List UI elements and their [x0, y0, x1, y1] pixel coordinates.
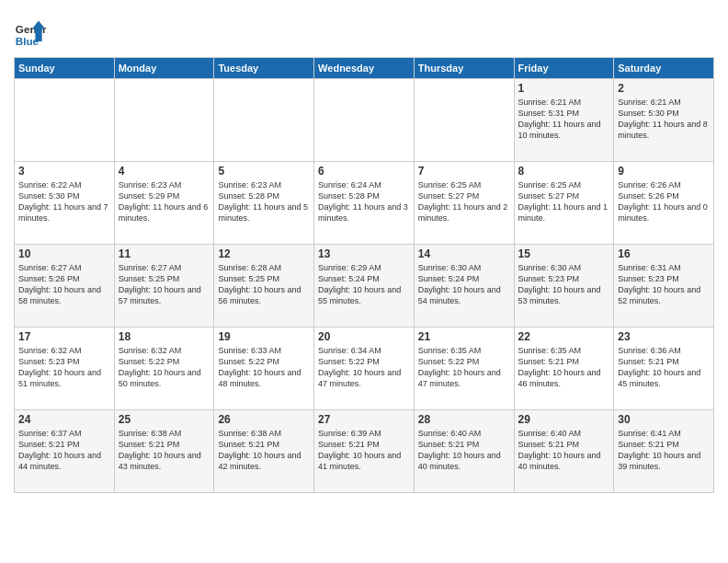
header: General Blue [14, 9, 714, 50]
cell-info: Sunrise: 6:32 AM Sunset: 5:22 PM Dayligh… [119, 345, 210, 390]
cell-info: Sunrise: 6:38 AM Sunset: 5:21 PM Dayligh… [119, 428, 210, 473]
day-number: 24 [18, 413, 110, 426]
day-number: 28 [418, 413, 510, 426]
calendar-cell: 5Sunrise: 6:23 AM Sunset: 5:28 PM Daylig… [214, 162, 314, 245]
cell-info: Sunrise: 6:23 AM Sunset: 5:29 PM Dayligh… [119, 179, 210, 224]
day-number: 17 [18, 330, 110, 343]
calendar-cell: 21Sunrise: 6:35 AM Sunset: 5:22 PM Dayli… [414, 327, 514, 410]
cell-info: Sunrise: 6:34 AM Sunset: 5:22 PM Dayligh… [318, 345, 410, 390]
day-number: 18 [119, 330, 210, 343]
cell-info: Sunrise: 6:28 AM Sunset: 5:25 PM Dayligh… [218, 262, 310, 307]
calendar-cell: 6Sunrise: 6:24 AM Sunset: 5:28 PM Daylig… [314, 162, 415, 245]
cell-info: Sunrise: 6:21 AM Sunset: 5:30 PM Dayligh… [618, 97, 710, 142]
day-number: 16 [618, 247, 710, 260]
cell-info: Sunrise: 6:29 AM Sunset: 5:24 PM Dayligh… [318, 262, 410, 307]
calendar-cell: 16Sunrise: 6:31 AM Sunset: 5:23 PM Dayli… [614, 245, 714, 327]
calendar-header-thursday: Thursday [414, 58, 514, 79]
calendar-cell: 8Sunrise: 6:25 AM Sunset: 5:27 PM Daylig… [514, 162, 614, 245]
calendar-cell: 2Sunrise: 6:21 AM Sunset: 5:30 PM Daylig… [614, 79, 714, 162]
calendar-header-saturday: Saturday [614, 58, 714, 79]
cell-info: Sunrise: 6:30 AM Sunset: 5:24 PM Dayligh… [418, 262, 510, 307]
day-number: 5 [218, 165, 310, 178]
cell-info: Sunrise: 6:40 AM Sunset: 5:21 PM Dayligh… [518, 428, 610, 473]
day-number: 6 [318, 165, 410, 178]
cell-info: Sunrise: 6:24 AM Sunset: 5:28 PM Dayligh… [318, 179, 410, 224]
day-number: 29 [518, 413, 610, 426]
day-number: 12 [218, 247, 310, 260]
calendar-header-tuesday: Tuesday [214, 58, 314, 79]
cell-info: Sunrise: 6:32 AM Sunset: 5:23 PM Dayligh… [18, 345, 110, 390]
day-number: 4 [119, 165, 210, 178]
calendar-header-monday: Monday [114, 58, 214, 79]
day-number: 30 [618, 413, 710, 426]
day-number: 22 [518, 330, 610, 343]
cell-info: Sunrise: 6:25 AM Sunset: 5:27 PM Dayligh… [518, 179, 610, 224]
calendar-table: SundayMondayTuesdayWednesdayThursdayFrid… [14, 57, 714, 493]
cell-info: Sunrise: 6:23 AM Sunset: 5:28 PM Dayligh… [218, 179, 310, 224]
logo: General Blue [14, 17, 47, 50]
calendar-cell: 23Sunrise: 6:36 AM Sunset: 5:21 PM Dayli… [614, 327, 714, 410]
calendar-cell: 7Sunrise: 6:25 AM Sunset: 5:27 PM Daylig… [414, 162, 514, 245]
calendar-cell: 14Sunrise: 6:30 AM Sunset: 5:24 PM Dayli… [414, 245, 514, 327]
calendar-cell: 10Sunrise: 6:27 AM Sunset: 5:26 PM Dayli… [15, 245, 115, 327]
cell-info: Sunrise: 6:22 AM Sunset: 5:30 PM Dayligh… [18, 179, 110, 224]
calendar-row-2: 10Sunrise: 6:27 AM Sunset: 5:26 PM Dayli… [15, 245, 714, 327]
calendar-cell [15, 79, 115, 162]
calendar-cell: 11Sunrise: 6:27 AM Sunset: 5:25 PM Dayli… [114, 245, 214, 327]
day-number: 19 [218, 330, 310, 343]
calendar-row-1: 3Sunrise: 6:22 AM Sunset: 5:30 PM Daylig… [15, 162, 714, 245]
cell-info: Sunrise: 6:35 AM Sunset: 5:21 PM Dayligh… [518, 345, 610, 390]
cell-info: Sunrise: 6:27 AM Sunset: 5:26 PM Dayligh… [18, 262, 110, 307]
cell-info: Sunrise: 6:41 AM Sunset: 5:21 PM Dayligh… [618, 428, 710, 473]
calendar-cell: 13Sunrise: 6:29 AM Sunset: 5:24 PM Dayli… [314, 245, 415, 327]
cell-info: Sunrise: 6:31 AM Sunset: 5:23 PM Dayligh… [618, 262, 710, 307]
cell-info: Sunrise: 6:21 AM Sunset: 5:31 PM Dayligh… [518, 97, 610, 142]
day-number: 7 [418, 165, 510, 178]
calendar-header-friday: Friday [514, 58, 614, 79]
cell-info: Sunrise: 6:27 AM Sunset: 5:25 PM Dayligh… [119, 262, 210, 307]
calendar-cell: 19Sunrise: 6:33 AM Sunset: 5:22 PM Dayli… [214, 327, 314, 410]
calendar-cell: 3Sunrise: 6:22 AM Sunset: 5:30 PM Daylig… [15, 162, 115, 245]
calendar-cell: 12Sunrise: 6:28 AM Sunset: 5:25 PM Dayli… [214, 245, 314, 327]
day-number: 15 [518, 247, 610, 260]
calendar-cell: 24Sunrise: 6:37 AM Sunset: 5:21 PM Dayli… [15, 410, 115, 493]
day-number: 21 [418, 330, 510, 343]
calendar-cell: 29Sunrise: 6:40 AM Sunset: 5:21 PM Dayli… [514, 410, 614, 493]
calendar-cell: 30Sunrise: 6:41 AM Sunset: 5:21 PM Dayli… [614, 410, 714, 493]
calendar-cell: 25Sunrise: 6:38 AM Sunset: 5:21 PM Dayli… [114, 410, 214, 493]
day-number: 20 [318, 330, 410, 343]
cell-info: Sunrise: 6:40 AM Sunset: 5:21 PM Dayligh… [418, 428, 510, 473]
day-number: 10 [18, 247, 110, 260]
day-number: 27 [318, 413, 410, 426]
day-number: 14 [418, 247, 510, 260]
calendar-cell: 26Sunrise: 6:38 AM Sunset: 5:21 PM Dayli… [214, 410, 314, 493]
calendar-row-4: 24Sunrise: 6:37 AM Sunset: 5:21 PM Dayli… [15, 410, 714, 493]
calendar-cell [214, 79, 314, 162]
calendar-cell: 27Sunrise: 6:39 AM Sunset: 5:21 PM Dayli… [314, 410, 415, 493]
cell-info: Sunrise: 6:25 AM Sunset: 5:27 PM Dayligh… [418, 179, 510, 224]
calendar-cell: 9Sunrise: 6:26 AM Sunset: 5:26 PM Daylig… [614, 162, 714, 245]
logo-icon: General Blue [14, 17, 47, 50]
day-number: 9 [618, 165, 710, 178]
calendar-cell [314, 79, 415, 162]
calendar-header-wednesday: Wednesday [314, 58, 415, 79]
cell-info: Sunrise: 6:39 AM Sunset: 5:21 PM Dayligh… [318, 428, 410, 473]
calendar-cell: 28Sunrise: 6:40 AM Sunset: 5:21 PM Dayli… [414, 410, 514, 493]
calendar-cell: 4Sunrise: 6:23 AM Sunset: 5:29 PM Daylig… [114, 162, 214, 245]
day-number: 2 [618, 82, 710, 95]
day-number: 8 [518, 165, 610, 178]
calendar-body: 1Sunrise: 6:21 AM Sunset: 5:31 PM Daylig… [15, 79, 714, 493]
calendar-cell: 22Sunrise: 6:35 AM Sunset: 5:21 PM Dayli… [514, 327, 614, 410]
cell-info: Sunrise: 6:30 AM Sunset: 5:23 PM Dayligh… [518, 262, 610, 307]
calendar-row-0: 1Sunrise: 6:21 AM Sunset: 5:31 PM Daylig… [15, 79, 714, 162]
day-number: 3 [18, 165, 110, 178]
cell-info: Sunrise: 6:33 AM Sunset: 5:22 PM Dayligh… [218, 345, 310, 390]
calendar-cell: 1Sunrise: 6:21 AM Sunset: 5:31 PM Daylig… [514, 79, 614, 162]
calendar-cell: 20Sunrise: 6:34 AM Sunset: 5:22 PM Dayli… [314, 327, 415, 410]
cell-info: Sunrise: 6:35 AM Sunset: 5:22 PM Dayligh… [418, 345, 510, 390]
calendar-cell: 17Sunrise: 6:32 AM Sunset: 5:23 PM Dayli… [15, 327, 115, 410]
day-number: 26 [218, 413, 310, 426]
calendar-header-row: SundayMondayTuesdayWednesdayThursdayFrid… [15, 58, 714, 79]
cell-info: Sunrise: 6:36 AM Sunset: 5:21 PM Dayligh… [618, 345, 710, 390]
calendar-cell: 15Sunrise: 6:30 AM Sunset: 5:23 PM Dayli… [514, 245, 614, 327]
